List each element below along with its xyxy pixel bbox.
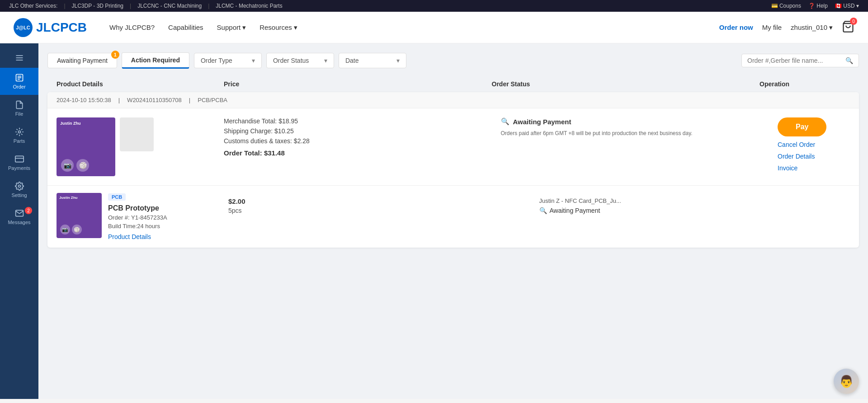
pcb-quantity: 5pcs [228, 207, 535, 214]
pcb-thumb-label: Justin Zhu [59, 196, 77, 200]
svg-rect-9 [15, 156, 23, 162]
nav-resources[interactable]: Resources ▾ [259, 23, 297, 32]
pcb-build-time: Build Time:24 hours [108, 223, 167, 230]
pcb-details: PCB PCB Prototype Order #: Y1-8457233A B… [108, 193, 167, 240]
order-icon [15, 73, 24, 82]
sidebar-file-label: File [15, 111, 24, 117]
coupons-link[interactable]: 💳 Coupons [771, 3, 801, 9]
pcb-product-info: Justin Zhu 📷 🏐 PCB PCB Prototype Order #… [57, 193, 224, 240]
col-price: Price [224, 80, 492, 88]
order-details-link[interactable]: Order Details [778, 153, 815, 160]
price-section: Merchandise Total: $18.95 Shipping Charg… [215, 108, 492, 185]
col-operation: Operation [760, 80, 850, 88]
nav-support[interactable]: Support ▾ [217, 23, 246, 32]
sidebar-item-file[interactable]: File [0, 95, 38, 122]
pcb-status-icon: 🔍 [539, 207, 547, 214]
order-now-button[interactable]: Order now [719, 23, 753, 31]
tabs-filters-row: Awaiting Payment 1 Action Required Order… [47, 52, 859, 69]
tab-action-required[interactable]: Action Required [122, 52, 189, 69]
pcb-status-label: Awaiting Payment [550, 207, 600, 214]
currency-selector[interactable]: 🇨🇦 USD ▾ [835, 3, 859, 9]
top-bar-right: 💳 Coupons ❓ Help 🇨🇦 USD ▾ [771, 3, 859, 9]
order-type-chevron-icon: ▾ [252, 57, 255, 64]
sidebar: Order File Parts Payments Setting [0, 43, 38, 399]
cancel-order-link[interactable]: Cancel Order [778, 141, 815, 148]
date-filter[interactable]: Date ▾ [339, 53, 406, 68]
sidebar-item-order[interactable]: Order [0, 68, 38, 95]
main-layout: Order File Parts Payments Setting [0, 43, 868, 399]
messages-icon [15, 209, 24, 218]
merchandise-total: Merchandise Total: $18.95 [224, 117, 483, 125]
sidebar-setting-label: Setting [11, 192, 27, 198]
sidebar-item-setting[interactable]: Setting [0, 176, 38, 203]
help-icon: ❓ [808, 3, 816, 9]
menu-icon [15, 53, 24, 62]
status-label: Awaiting Payment [513, 118, 571, 126]
table-header: Product Details Price Order Status Opera… [47, 76, 859, 92]
operation-section: Pay Cancel Order Order Details Invoice [769, 108, 859, 185]
sidebar-item-menu[interactable] [0, 48, 38, 68]
volleyball-icon: 🏐 [76, 159, 89, 172]
sidebar-item-messages[interactable]: Messages 2 [0, 203, 38, 230]
product-details-link[interactable]: Product Details [108, 233, 151, 240]
logo-icon: J@LC [14, 18, 33, 37]
pay-button[interactable]: Pay [778, 117, 826, 136]
cart-button[interactable]: 0 [842, 20, 854, 34]
order-type-filter[interactable]: Order Type ▾ [194, 53, 262, 68]
shipping-charge: Shipping Charge: $10.25 [224, 127, 483, 135]
jlc-services-label: JLC Other Services: [9, 3, 57, 9]
col-product-details: Product Details [57, 80, 224, 88]
file-icon [15, 100, 24, 109]
my-file-link[interactable]: My file [762, 23, 782, 31]
pcb-volleyball-icon: 🏐 [72, 225, 82, 234]
nav-why-jlcpcb[interactable]: Why JLCPCB? [109, 23, 155, 31]
order-number: W202410110350708 [127, 97, 182, 103]
logo[interactable]: J@LC JLCPCB [14, 18, 87, 37]
sidebar-item-payments[interactable]: Payments [0, 149, 38, 176]
jlcmc-link[interactable]: JLCMC - Mechatronic Parts [216, 3, 282, 9]
order-card: 2024-10-10 15:50:38 | W202410110350708 |… [47, 92, 859, 248]
header-right: Order now My file zhustin_010 ▾ 0 [719, 20, 854, 34]
invoice-link[interactable]: Invoice [778, 164, 797, 172]
pcb-status-area: Justin Z - NFC Card_PCB_Ju... 🔍 Awaiting… [539, 193, 846, 240]
search-icon[interactable]: 🔍 [845, 57, 853, 64]
thumb-icons: 📷 🏐 [61, 159, 89, 172]
svg-point-11 [18, 185, 20, 187]
jlc3dp-link[interactable]: JLC3DP - 3D Printing [72, 3, 124, 9]
order-type: PCB/PCBA [198, 97, 227, 103]
order-card-header: 2024-10-10 15:50:38 | W202410110350708 |… [47, 92, 859, 108]
header: J@LC JLCPCB Why JLCPCB? Capabilities Sup… [0, 12, 868, 43]
messages-badge: 2 [25, 207, 32, 214]
help-link[interactable]: ❓ Help [808, 3, 828, 9]
user-menu[interactable]: zhustin_010 ▾ [791, 23, 833, 32]
chat-avatar-image: 👨 [834, 369, 859, 394]
payments-icon [15, 155, 24, 164]
pcb-price: $2.00 [228, 197, 535, 205]
brand-name: JLCPCB [36, 20, 87, 35]
sidebar-parts-label: Parts [14, 138, 25, 144]
chat-avatar[interactable]: 👨 [834, 369, 859, 394]
product-thumbnail-area: Justin Zhu 📷 🏐 [47, 108, 215, 185]
order-total: Order Total: $31.48 [224, 149, 483, 157]
tab-awaiting-payment[interactable]: Awaiting Payment 1 [47, 53, 117, 68]
nav-capabilities[interactable]: Capabilities [168, 23, 203, 31]
search-box[interactable]: 🔍 [741, 54, 859, 67]
cart-badge: 0 [850, 18, 857, 25]
pcb-price-qty: $2.00 5pcs [228, 193, 535, 240]
setting-icon [15, 182, 24, 191]
pcb-instagram-icon: 📷 [60, 225, 70, 234]
date-chevron-icon: ▾ [396, 57, 400, 64]
sidebar-order-label: Order [13, 84, 25, 89]
col-order-status: Order Status [492, 80, 760, 88]
awaiting-payment-badge: 1 [111, 51, 119, 59]
status-icon: 🔍 [501, 117, 509, 126]
jlccnc-link[interactable]: JLCCNC - CNC Machining [137, 3, 202, 9]
order-status-badge: 🔍 Awaiting Payment [501, 117, 760, 126]
sidebar-item-parts[interactable]: Parts [0, 122, 38, 149]
coupon-icon: 💳 [771, 3, 779, 9]
order-status-filter[interactable]: Order Status ▾ [266, 53, 334, 68]
sidebar-messages-label: Messages [8, 220, 30, 225]
pcb-tag: PCB [108, 193, 126, 201]
sidebar-payments-label: Payments [8, 165, 30, 171]
search-input[interactable] [747, 57, 845, 64]
